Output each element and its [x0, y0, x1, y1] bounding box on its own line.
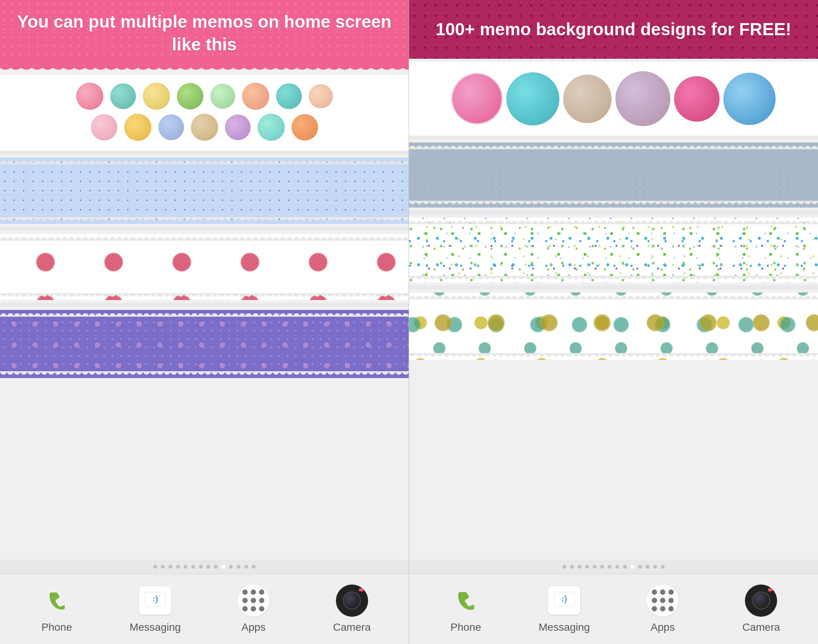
indicator-dot: [191, 565, 195, 569]
wc-dot: [258, 114, 285, 141]
apps-dot: [251, 606, 256, 611]
apps-dot: [251, 598, 256, 603]
wc-dot: [225, 114, 251, 140]
apps-dot: [668, 598, 674, 603]
yg-circles-memo: [409, 292, 818, 360]
indicator-dot: [176, 565, 180, 569]
right-apps-icon-wrap: [646, 585, 679, 617]
large-circle-pink: [451, 73, 503, 124]
right-nav-apps[interactable]: Apps: [620, 583, 706, 633]
left-nav-camera-label: Camera: [333, 621, 371, 633]
right-gap3: [409, 286, 818, 289]
indicator-dot: [562, 565, 566, 569]
purple-memo: [0, 310, 409, 378]
indicator-dot: [578, 565, 581, 569]
camera-icon-wrap: [336, 585, 368, 617]
left-nav-phone[interactable]: Phone: [14, 583, 100, 633]
indicator-dot: [169, 565, 172, 569]
indicator-dot: [585, 565, 589, 569]
messaging-icon: :): [144, 591, 167, 610]
large-circles-section: [409, 62, 818, 136]
right-phone-icon-wrap: [449, 583, 483, 617]
large-circle-hotpink: [674, 76, 720, 122]
apps-dot: [251, 589, 256, 595]
apps-icon-wrap: [237, 585, 270, 617]
pink-dots-memo: [0, 234, 409, 300]
apps-dot: [242, 589, 248, 595]
right-apps-icon-outer-wrap: [646, 583, 680, 617]
left-nav-phone-label: Phone: [41, 621, 72, 633]
svg-text::): :): [152, 594, 158, 603]
right-screen: 100+ memo background designs for FREE!: [409, 0, 818, 644]
blue-dots-inner: [0, 158, 409, 224]
gray-dots-memo: [409, 142, 818, 208]
wc-dot: [276, 83, 302, 109]
indicator-dot: [184, 565, 187, 569]
wc-dot: [143, 83, 170, 110]
right-camera-lens: [752, 591, 770, 610]
large-circle-mauve: [615, 71, 670, 126]
indicator-dot: [161, 565, 165, 569]
right-nav-messaging-label: Messaging: [539, 621, 590, 633]
left-nav-messaging[interactable]: :) Messaging: [112, 583, 198, 633]
left-banner: You can put multiple memos on home scree…: [0, 0, 409, 67]
apps-dot: [660, 606, 665, 611]
right-nav-phone[interactable]: Phone: [423, 583, 509, 633]
indicator-dot: [646, 565, 649, 569]
yg-circles-inner: [409, 292, 818, 360]
right-camera-flash: [768, 588, 773, 591]
large-circle-tan: [563, 75, 612, 123]
watercolor-dots-section: [0, 75, 409, 151]
left-nav-camera[interactable]: Camera: [309, 583, 395, 633]
wc-dot: [191, 114, 218, 141]
indicator-dot: [608, 565, 612, 569]
gap3: [0, 303, 409, 307]
confetti-memo: [409, 217, 818, 283]
left-nav-messaging-label: Messaging: [130, 621, 181, 633]
wc-dot: [158, 114, 184, 140]
apps-dot: [652, 598, 657, 603]
right-nav-camera-label: Camera: [742, 621, 780, 633]
right-nav-camera[interactable]: Camera: [718, 583, 805, 633]
right-banner: 100+ memo background designs for FREE!: [409, 0, 818, 59]
right-messaging-icon-wrap: :): [547, 583, 581, 617]
indicator-dot-active: [631, 565, 634, 569]
wc-dot: [292, 114, 318, 141]
large-circle-blue: [723, 73, 776, 125]
svg-text::): :): [562, 594, 567, 603]
indicator-dot: [199, 565, 203, 569]
wc-dot: [124, 114, 151, 141]
apps-dot: [259, 606, 264, 611]
indicator-dot: [153, 565, 157, 569]
large-circles-row: [413, 71, 814, 126]
left-bottom-nav: Phone :) Messaging: [0, 574, 409, 644]
right-messaging-icon: :): [553, 591, 576, 610]
wc-dot: [309, 84, 333, 108]
indicator-dot: [615, 565, 619, 569]
indicator-dot: [237, 565, 240, 569]
left-nav-apps[interactable]: Apps: [210, 583, 297, 633]
apps-dot: [652, 606, 657, 611]
right-nav-messaging[interactable]: :) Messaging: [521, 583, 608, 633]
blue-dots-memo: [0, 158, 409, 224]
large-circle-teal: [506, 72, 559, 125]
gray-dots-inner: [409, 142, 818, 208]
indicator-dot: [623, 565, 627, 569]
yg-circles-layer: [409, 292, 818, 360]
indicator-dot: [638, 565, 642, 569]
gap2: [0, 227, 409, 231]
apps-dot: [259, 589, 264, 595]
camera-lens: [343, 591, 361, 610]
phone-icon: [45, 589, 68, 612]
right-banner-text: 100+ memo background designs for FREE!: [436, 18, 791, 41]
wc-dot: [210, 84, 235, 109]
right-gap1: [409, 136, 818, 139]
indicator-dot: [570, 565, 574, 569]
right-camera-icon-outer-wrap: [744, 583, 778, 617]
wc-dot: [91, 114, 117, 141]
left-nav-apps-label: Apps: [241, 621, 265, 633]
indicator-dot: [252, 565, 256, 569]
apps-dot: [668, 606, 674, 611]
apps-dot: [242, 606, 248, 611]
right-content: 100+ memo background designs for FREE!: [409, 0, 818, 560]
